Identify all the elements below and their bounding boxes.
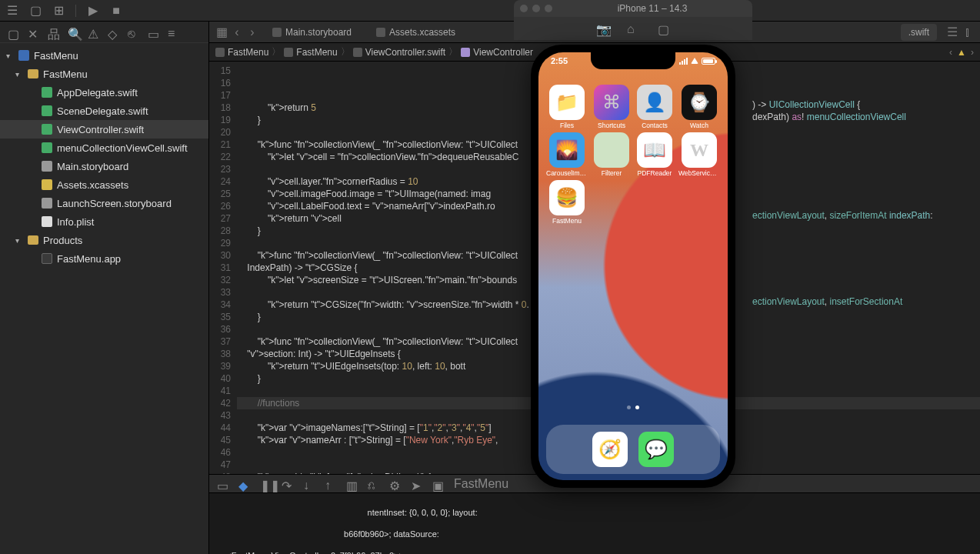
navigator-tabs: ▢ ✕ 品 🔍 ⚠ ◇ ⎋ ▭ ≡ bbox=[0, 22, 208, 43]
tree-item[interactable]: ▾FastMenu bbox=[0, 46, 208, 65]
debug-nav-icon[interactable]: ⎋ bbox=[128, 27, 138, 38]
folder-icon bbox=[28, 235, 38, 245]
find-nav-icon[interactable]: 🔍 bbox=[68, 27, 78, 38]
tree-item[interactable]: LaunchScreen.storyboard bbox=[0, 194, 208, 212]
breakpoint-toggle-icon[interactable]: ◆ bbox=[238, 479, 249, 489]
back-icon[interactable]: ‹ bbox=[231, 26, 243, 38]
warning-icon[interactable]: ▲ bbox=[957, 47, 966, 58]
dock-app[interactable]: 💬 bbox=[638, 432, 674, 467]
sidebar-toggle-icon[interactable]: ☰ bbox=[6, 5, 18, 17]
prev-issue-icon[interactable]: ‹ bbox=[949, 47, 952, 58]
tree-item[interactable]: menuCollectionViewCell.swift bbox=[0, 138, 208, 157]
tree-item[interactable]: SceneDelegate.swift bbox=[0, 102, 208, 120]
app-icon: 🌄 bbox=[549, 132, 585, 168]
folder-icon bbox=[28, 69, 38, 78]
related-items-icon[interactable]: ▦ bbox=[215, 26, 228, 38]
breakpoint-nav-icon[interactable]: ▭ bbox=[148, 27, 158, 38]
tab-assets[interactable]: Assets.xcassets bbox=[365, 22, 466, 43]
folder-icon bbox=[284, 48, 293, 57]
simulator-window[interactable]: iPhone 11 – 14.3 📷 ⌂ ▢ 2:55 📁Files⌘Short… bbox=[514, 0, 752, 508]
tab-main-storyboard[interactable]: Main.storyboard bbox=[262, 22, 362, 43]
crumb-project[interactable]: FastMenu bbox=[228, 47, 268, 58]
assets-icon bbox=[42, 179, 52, 190]
page-indicator[interactable] bbox=[538, 405, 728, 409]
close-icon[interactable] bbox=[520, 5, 528, 12]
tab-label: .swift bbox=[908, 27, 929, 38]
stop-icon[interactable]: ■ bbox=[110, 5, 122, 17]
swift-icon bbox=[42, 124, 52, 135]
home-app[interactable]: 👤Contacts bbox=[635, 85, 674, 129]
clock: 2:55 bbox=[551, 56, 568, 65]
app-icon: ⌘ bbox=[594, 85, 629, 120]
wifi-icon bbox=[691, 58, 698, 64]
variables-view-icon[interactable]: ▭ bbox=[217, 479, 228, 489]
location-icon[interactable]: ➤ bbox=[411, 479, 422, 489]
tree-item[interactable]: AppDelegate.swift bbox=[0, 83, 208, 102]
file-tree[interactable]: ▾FastMenu▾FastMenuAppDelegate.swiftScene… bbox=[0, 43, 208, 554]
debug-target-label[interactable]: FastMenu bbox=[454, 477, 508, 491]
view-debug-icon[interactable]: ▥ bbox=[346, 479, 357, 489]
simulator-titlebar[interactable]: iPhone 11 – 14.3 bbox=[514, 0, 752, 17]
forward-icon[interactable]: › bbox=[246, 26, 258, 38]
environment-overrides-icon[interactable]: ⚙ bbox=[389, 479, 400, 489]
next-issue-icon[interactable]: › bbox=[971, 47, 974, 58]
home-app[interactable]: 📖PDFReader bbox=[635, 132, 674, 177]
test-nav-icon[interactable]: ◇ bbox=[108, 27, 118, 38]
folder-nav-icon[interactable]: ▢ bbox=[8, 27, 18, 38]
home-app[interactable]: 🌄CarouselImage... bbox=[546, 132, 588, 177]
dock-app[interactable]: 🧭 bbox=[592, 432, 628, 467]
screenshot-icon[interactable]: 📷 bbox=[596, 22, 608, 35]
symbol-nav-icon[interactable]: 品 bbox=[48, 27, 58, 38]
home-app[interactable]: ⌘Shortcuts bbox=[592, 85, 631, 129]
step-out-icon[interactable]: ↑ bbox=[325, 479, 335, 489]
home-icon[interactable]: ⌂ bbox=[627, 22, 639, 35]
tree-item[interactable]: FastMenu.app bbox=[0, 249, 208, 268]
swift-icon bbox=[42, 105, 52, 116]
app-icon bbox=[594, 132, 629, 168]
device-screen[interactable]: 2:55 📁Files⌘Shortcuts👤Contacts⌚Watch🌄Car… bbox=[538, 52, 728, 480]
crumb-folder[interactable]: FastMenu bbox=[296, 47, 337, 58]
home-app[interactable]: 📁Files bbox=[546, 85, 588, 129]
tree-item[interactable]: ViewController.swift bbox=[0, 120, 208, 138]
crumb-file[interactable]: ViewController.swift bbox=[365, 47, 445, 58]
tree-item[interactable]: Info.plist bbox=[0, 212, 208, 231]
home-app[interactable]: WWebServiceIOS bbox=[678, 132, 720, 177]
tree-item-label: LaunchScreen.storyboard bbox=[57, 198, 172, 209]
app-icon: 📖 bbox=[637, 132, 672, 168]
tree-item[interactable]: Main.storyboard bbox=[0, 157, 208, 175]
app-icon: 🍔 bbox=[549, 180, 585, 215]
home-app[interactable]: 🍔FastMenu bbox=[546, 180, 588, 225]
memory-graph-icon[interactable]: ⎌ bbox=[368, 479, 378, 489]
minimap-icon[interactable]: ☰ bbox=[946, 26, 958, 38]
pause-icon[interactable]: ❚❚ bbox=[260, 479, 271, 489]
tree-item[interactable]: ▾FastMenu bbox=[0, 65, 208, 83]
scm-nav-icon[interactable]: ✕ bbox=[28, 27, 38, 38]
app-label: PDFReader bbox=[638, 169, 672, 177]
storyboard-icon bbox=[42, 161, 52, 172]
tree-item-label: FastMenu bbox=[43, 68, 88, 80]
report-nav-icon[interactable]: ≡ bbox=[168, 27, 178, 38]
minimize-icon[interactable] bbox=[532, 5, 540, 12]
step-over-icon[interactable]: ↷ bbox=[282, 479, 292, 489]
home-app[interactable]: ⌚Watch bbox=[678, 85, 720, 129]
swift-icon bbox=[42, 142, 52, 153]
app-label: Files bbox=[560, 122, 574, 129]
console-line: ntentInset: {0, 0, 0, 0}; layout: bbox=[217, 507, 972, 518]
play-icon[interactable]: ▶ bbox=[87, 5, 99, 17]
tree-item[interactable]: Assets.xcassets bbox=[0, 175, 208, 194]
tree-item[interactable]: ▾Products bbox=[0, 231, 208, 249]
tree-item-label: AppDelegate.swift bbox=[57, 87, 138, 98]
assistant-icon[interactable]: ⫿ bbox=[962, 26, 974, 38]
storyboard-icon bbox=[272, 28, 282, 37]
zoom-icon[interactable] bbox=[545, 5, 552, 12]
app-icon bbox=[42, 253, 52, 264]
square-icon[interactable]: ▢ bbox=[29, 5, 42, 17]
tab-swift-chip[interactable]: .swift bbox=[901, 24, 937, 41]
rotate-icon[interactable]: ▢ bbox=[658, 22, 670, 35]
structure-icon[interactable]: ⊞ bbox=[52, 5, 65, 17]
step-into-icon[interactable]: ↓ bbox=[303, 479, 314, 489]
home-app[interactable]: Filterer bbox=[592, 132, 631, 177]
issue-nav-icon[interactable]: ⚠ bbox=[88, 27, 98, 38]
device-frame: 2:55 📁Files⌘Shortcuts👤Contacts⌚Watch🌄Car… bbox=[531, 45, 735, 488]
project-navigator: ▢ ✕ 品 🔍 ⚠ ◇ ⎋ ▭ ≡ ▾FastMenu▾FastMenuAppD… bbox=[0, 22, 209, 554]
